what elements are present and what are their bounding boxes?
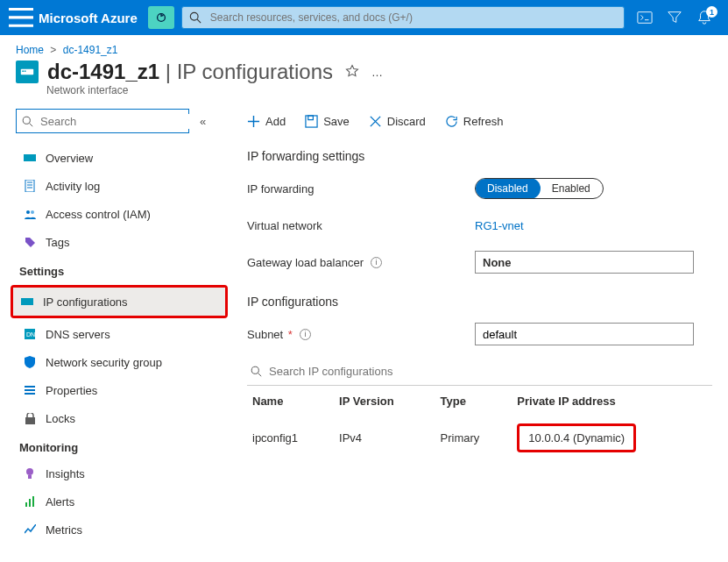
bulb-icon (21, 467, 39, 480)
sidebar-item-overview[interactable]: Overview (16, 144, 223, 172)
ip-forwarding-toggle[interactable]: Disabled Enabled (475, 178, 604, 199)
copilot-button[interactable] (148, 6, 174, 29)
label-subnet: Subnet * i (247, 328, 475, 341)
filter-icon[interactable] (660, 10, 689, 25)
label-ip-forwarding: IP forwarding (247, 182, 475, 196)
ipconfig-table: Name IP Version Type Private IP address … (247, 386, 712, 461)
svg-rect-7 (24, 154, 36, 161)
discard-label: Discard (387, 115, 426, 128)
breadcrumb-current[interactable]: dc-1491_z1 (63, 44, 118, 56)
info-icon[interactable]: i (300, 329, 311, 340)
gateway-lb-value: None (483, 256, 512, 269)
svg-point-15 (26, 468, 33, 475)
global-header: Microsoft Azure 1 (0, 0, 728, 35)
cloud-shell-button[interactable] (630, 10, 660, 25)
sidebar-item-label: Locks (46, 412, 75, 425)
breadcrumb-separator: > (50, 44, 56, 56)
sidebar-section-settings: Settings (16, 256, 223, 283)
breadcrumb: Home > dc-1491_z1 (0, 35, 728, 56)
svg-rect-14 (25, 417, 35, 424)
gateway-lb-dropdown[interactable]: None (475, 251, 694, 274)
svg-rect-11 (21, 298, 33, 305)
search-icon (189, 11, 201, 24)
section-heading-forwarding: IP forwarding settings (247, 149, 712, 163)
sidebar-item-insights[interactable]: Insights (16, 459, 223, 487)
toggle-disabled[interactable]: Disabled (475, 178, 541, 199)
breadcrumb-home[interactable]: Home (16, 44, 44, 56)
col-name[interactable]: Name (247, 386, 334, 415)
more-actions-button[interactable]: … (371, 66, 383, 79)
col-private[interactable]: Private IP address (512, 386, 712, 415)
sidebar-item-label: Properties (46, 384, 97, 397)
alerts-icon (21, 496, 39, 507)
sidebar-item-label: Activity log (46, 180, 100, 193)
page-title-row: dc-1491_z1 | IP configurations … (0, 56, 728, 84)
refresh-button[interactable]: Refresh (445, 115, 504, 128)
svg-text:DNS: DNS (26, 331, 35, 338)
sidebar-item-nsg[interactable]: Network security group (16, 348, 223, 376)
filter-icon (251, 366, 262, 377)
cell-ipversion: IPv4 (334, 415, 435, 461)
favorite-button[interactable] (345, 64, 359, 81)
svg-rect-17 (25, 502, 27, 507)
sidebar-item-iam[interactable]: Access control (IAM) (16, 200, 223, 228)
svg-rect-18 (29, 499, 31, 507)
global-search[interactable] (181, 6, 625, 29)
global-search-input[interactable] (209, 11, 617, 25)
cell-type: Primary (435, 415, 512, 461)
sidebar-item-label: IP configurations (43, 295, 128, 309)
highlight-ip-configurations: IP configurations (11, 285, 228, 318)
svg-rect-20 (306, 115, 317, 126)
ipconfig-filter-input[interactable] (267, 364, 709, 379)
sidebar-item-metrics[interactable]: Metrics (16, 516, 223, 544)
sidebar-item-properties[interactable]: Properties (16, 376, 223, 404)
svg-rect-21 (308, 115, 314, 119)
network-interface-icon (16, 60, 39, 83)
add-button[interactable]: Add (247, 115, 286, 128)
collapse-sidebar-button[interactable]: « (200, 115, 206, 128)
header-right-icons: 1 (630, 10, 719, 25)
page-title-page: IP configurations (177, 60, 333, 83)
log-icon (21, 180, 39, 192)
sidebar-item-activity-log[interactable]: Activity log (16, 172, 223, 200)
svg-point-10 (31, 210, 34, 214)
add-label: Add (265, 115, 286, 128)
sidebar-item-label: Metrics (46, 523, 82, 537)
save-button[interactable]: Save (305, 115, 350, 128)
subnet-input[interactable] (475, 323, 694, 345)
toggle-enabled[interactable]: Enabled (540, 178, 603, 199)
side-search[interactable] (16, 109, 189, 133)
refresh-label: Refresh (463, 115, 504, 128)
cell-private: 10.0.0.4 (Dynamic) (512, 415, 712, 461)
col-type[interactable]: Type (435, 386, 512, 415)
sidebar-item-dns[interactable]: DNS DNS servers (16, 320, 223, 348)
svg-rect-16 (28, 475, 32, 479)
side-search-input[interactable] (39, 114, 189, 129)
notification-badge: 1 (706, 6, 717, 18)
sidebar-item-ip-configurations[interactable]: IP configurations (13, 288, 225, 316)
sidebar-item-locks[interactable]: Locks (16, 404, 223, 432)
svg-rect-2 (638, 12, 652, 24)
svg-point-6 (23, 117, 30, 124)
metrics-icon (21, 524, 39, 535)
label-gateway-lb: Gateway load balancer i (247, 256, 475, 269)
notifications-button[interactable]: 1 (689, 10, 719, 25)
svg-rect-4 (22, 70, 24, 72)
discard-button[interactable]: Discard (369, 115, 426, 128)
command-bar: Add Save Discard Refresh (247, 109, 712, 133)
svg-point-9 (26, 210, 30, 214)
save-label: Save (323, 115, 350, 128)
virtual-network-link[interactable]: RG1-vnet (475, 219, 524, 232)
sidebar-section-monitoring: Monitoring (16, 432, 223, 459)
ipconfig-filter[interactable] (247, 358, 712, 386)
page-title: dc-1491_z1 | IP configurations (47, 60, 333, 84)
dns-icon: DNS (21, 329, 39, 339)
people-icon (21, 209, 39, 219)
sidebar-item-tags[interactable]: Tags (16, 228, 223, 256)
table-row[interactable]: ipconfig1 IPv4 Primary 10.0.0.4 (Dynamic… (247, 415, 712, 461)
sidebar-item-alerts[interactable]: Alerts (16, 487, 223, 516)
menu-toggle-button[interactable] (9, 8, 33, 27)
col-ipversion[interactable]: IP Version (334, 386, 435, 415)
page-title-resource: dc-1491_z1 (47, 60, 159, 83)
info-icon[interactable]: i (371, 257, 382, 268)
